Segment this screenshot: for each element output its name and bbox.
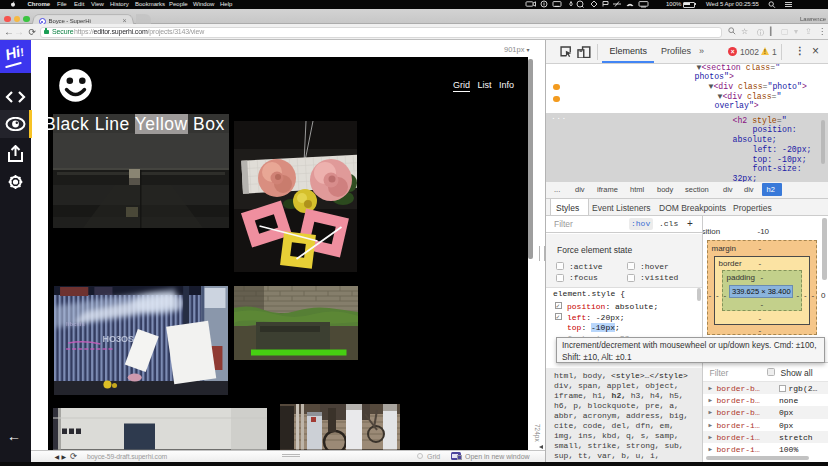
svg-text:libcsis: libcsis bbox=[66, 321, 85, 327]
svg-text:HO3OS: HO3OS bbox=[102, 334, 134, 344]
